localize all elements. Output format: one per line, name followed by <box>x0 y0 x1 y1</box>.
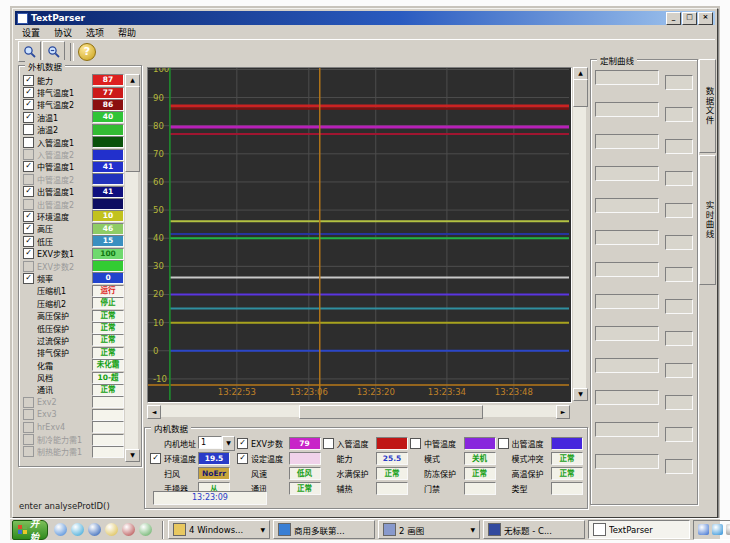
checkbox[interactable] <box>23 124 34 135</box>
checkbox[interactable]: ✓ <box>237 453 248 464</box>
curve-value-box[interactable] <box>665 331 693 346</box>
help-button[interactable]: ? <box>78 43 96 61</box>
curve-value-box[interactable] <box>665 299 693 314</box>
title-bar[interactable]: TextParser _ □ × <box>15 11 715 25</box>
taskbar-task-button[interactable]: 2 画图▼ <box>378 520 480 539</box>
curve-value-box[interactable] <box>665 75 693 90</box>
ie-icon[interactable] <box>54 523 67 536</box>
curve-name-box[interactable] <box>595 166 659 181</box>
tab-data-file[interactable]: 数据文件 <box>699 59 716 153</box>
scroll-left-icon[interactable]: ◄ <box>147 405 161 419</box>
tab-data-file-label: 数据文件 <box>704 87 714 125</box>
menu-options[interactable]: 选项 <box>79 25 111 40</box>
checkbox[interactable] <box>23 137 34 148</box>
menu-help[interactable]: 帮助 <box>111 25 143 40</box>
curve-name-box[interactable] <box>595 102 659 117</box>
checkbox[interactable] <box>410 438 421 449</box>
checkbox[interactable]: ✓ <box>237 438 248 449</box>
chevron-down-icon[interactable]: ▼ <box>470 526 475 533</box>
taskbar-task-button[interactable]: 4 Windows...▼ <box>168 520 270 539</box>
sidebar-scrollbar[interactable]: ▲ ▼ <box>125 74 138 462</box>
indoor-value-column: 关机正常 <box>464 437 496 506</box>
x-tick-label: 13:22:53 <box>218 387 256 397</box>
sidebar-item-label: 风档 <box>37 372 92 383</box>
curve-name-box[interactable] <box>595 294 659 309</box>
checkbox[interactable]: ✓ <box>23 99 34 110</box>
outlook-icon[interactable] <box>105 523 118 536</box>
indoor-label: 风速 <box>251 468 267 479</box>
zoom-in-button[interactable] <box>18 41 41 62</box>
volume-icon[interactable] <box>726 524 730 535</box>
curve-name-box[interactable] <box>595 326 659 341</box>
checkbox[interactable]: ✓ <box>23 236 34 247</box>
curve-value-box[interactable] <box>665 267 693 282</box>
curve-name-box[interactable] <box>595 134 659 149</box>
curve-value-box[interactable] <box>665 235 693 250</box>
tab-realtime-curve[interactable]: 实时曲线 <box>699 155 716 285</box>
menu-protocol[interactable]: 协议 <box>47 25 79 40</box>
curve-value-box[interactable] <box>665 107 693 122</box>
curve-value-box[interactable] <box>665 395 693 410</box>
taskbar-task-button[interactable]: 无标题 - C... <box>483 520 585 539</box>
taskbar-task-button[interactable]: 商用多联第... <box>273 520 375 539</box>
curve-name-box[interactable] <box>595 454 659 469</box>
curve-value-box[interactable] <box>665 203 693 218</box>
chevron-down-icon[interactable]: ▼ <box>260 526 265 533</box>
checkbox[interactable] <box>323 438 334 449</box>
folder-icon[interactable] <box>139 523 152 536</box>
update-icon[interactable] <box>712 524 723 535</box>
checkbox <box>23 149 34 160</box>
curve-name-box[interactable] <box>595 358 659 373</box>
chart-horizontal-scrollbar[interactable]: ◄ ► <box>147 405 570 417</box>
indoor-cell: ✓EXV步数 <box>237 437 287 450</box>
checkbox[interactable]: ✓ <box>23 223 34 234</box>
chart-hscroll-thumb[interactable] <box>299 405 483 419</box>
zoom-out-button[interactable] <box>42 41 65 62</box>
indoor-cell: 正常 <box>551 467 583 480</box>
chart-vertical-scrollbar[interactable]: ▲ ▼ <box>573 67 586 401</box>
curve-value-box[interactable] <box>665 427 693 442</box>
custom-curve-rows <box>595 70 694 501</box>
indoor-address-dropdown[interactable]: 1▼ <box>198 436 235 451</box>
close-button[interactable]: × <box>698 12 713 25</box>
curve-name-box[interactable] <box>595 390 659 405</box>
checkbox[interactable]: ✓ <box>23 248 34 259</box>
checkbox[interactable] <box>498 438 509 449</box>
checkbox[interactable]: ✓ <box>150 453 161 464</box>
curve-name-box[interactable] <box>595 70 659 85</box>
indoor-cell: 25.5 <box>376 452 408 465</box>
scroll-down-icon[interactable]: ▼ <box>573 388 588 401</box>
curve-value-box[interactable] <box>665 171 693 186</box>
indoor-data-title: 内机数据 <box>151 422 191 434</box>
menu-settings[interactable]: 设置 <box>15 25 47 40</box>
checkbox[interactable]: ✓ <box>23 186 34 197</box>
custom-curve-row <box>595 294 694 307</box>
scroll-right-icon[interactable]: ► <box>556 405 570 419</box>
checkbox[interactable]: ✓ <box>23 75 34 86</box>
media-player-icon[interactable] <box>71 523 84 536</box>
curve-value-box[interactable] <box>665 363 693 378</box>
indoor-value: 正常 <box>464 467 496 480</box>
maximize-button[interactable]: □ <box>682 12 697 25</box>
sidebar-scroll-thumb[interactable] <box>125 86 140 172</box>
curve-name-box[interactable] <box>595 262 659 277</box>
chart-vscroll-thumb[interactable] <box>573 79 588 107</box>
minimize-button[interactable]: _ <box>666 12 681 25</box>
checkbox[interactable]: ✓ <box>23 273 34 284</box>
chevron-down-icon[interactable]: ▼ <box>222 436 235 451</box>
taskbar-task-button[interactable]: TextParser <box>588 520 690 539</box>
start-button[interactable]: 开始 <box>12 520 48 540</box>
msn-icon[interactable] <box>88 523 101 536</box>
curve-name-box[interactable] <box>595 230 659 245</box>
curve-name-box[interactable] <box>595 198 659 213</box>
checkbox[interactable]: ✓ <box>23 161 34 172</box>
curve-value-box[interactable] <box>665 139 693 154</box>
curve-value-box[interactable] <box>665 459 693 474</box>
checkbox[interactable]: ✓ <box>23 87 34 98</box>
checkbox[interactable]: ✓ <box>23 211 34 222</box>
curve-name-box[interactable] <box>595 422 659 437</box>
network-icon[interactable] <box>698 524 709 535</box>
checkbox[interactable]: ✓ <box>23 112 34 123</box>
shield-icon[interactable] <box>122 523 135 536</box>
scroll-down-icon[interactable]: ▼ <box>125 449 140 462</box>
